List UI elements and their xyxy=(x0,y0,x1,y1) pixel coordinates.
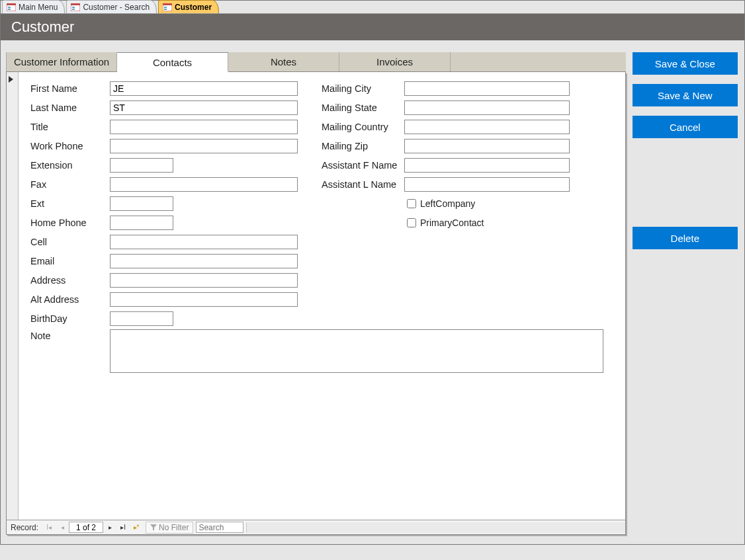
label-work-phone: Work Phone xyxy=(30,141,110,151)
record-label: Record: xyxy=(7,523,42,532)
form-body: First Name Last Name Title Work Phone Ex… xyxy=(6,72,626,535)
label-fax: Fax xyxy=(30,179,110,190)
tab-invoices[interactable]: Invoices xyxy=(339,52,451,71)
assistant-l-input[interactable] xyxy=(404,177,570,192)
mailing-city-input[interactable] xyxy=(404,81,570,96)
address-input[interactable] xyxy=(110,273,298,288)
delete-button[interactable]: Delete xyxy=(633,227,738,249)
label-address: Address xyxy=(30,275,110,286)
document-tabs: Main Menu Customer - Search Customer xyxy=(1,1,744,14)
email-input[interactable] xyxy=(110,254,298,268)
record-search-input[interactable] xyxy=(196,522,243,533)
new-record-button[interactable]: ▸* xyxy=(130,522,142,534)
form-icon xyxy=(7,3,16,11)
svg-rect-10 xyxy=(164,7,167,8)
label-mailing-city: Mailing City xyxy=(322,83,404,94)
label-birthday: BirthDay xyxy=(30,313,110,324)
svg-rect-9 xyxy=(163,3,172,5)
label-mailing-country: Mailing Country xyxy=(322,122,404,132)
note-input[interactable] xyxy=(110,329,603,373)
doc-tab-label: Main Menu xyxy=(19,3,58,12)
label-assistant-f: Assistant F Name xyxy=(322,160,404,171)
app-frame: Main Menu Customer - Search Customer Cus… xyxy=(0,0,745,545)
first-name-input[interactable] xyxy=(110,81,298,96)
tab-customer-information[interactable]: Customer Information xyxy=(6,52,117,71)
label-primary-contact: PrimaryContact xyxy=(420,218,484,228)
fields-area: First Name Last Name Title Work Phone Ex… xyxy=(30,79,615,373)
title-input[interactable] xyxy=(110,120,298,134)
filter-text: No Filter xyxy=(159,523,189,532)
svg-marker-12 xyxy=(150,524,157,530)
tab-contacts[interactable]: Contacts xyxy=(117,52,228,71)
record-selector[interactable] xyxy=(7,72,19,520)
label-first-name: First Name xyxy=(30,83,110,94)
first-record-button[interactable]: I◂ xyxy=(43,522,55,534)
mailing-state-input[interactable] xyxy=(404,100,570,115)
tab-notes[interactable]: Notes xyxy=(228,52,339,71)
form-title: Customer xyxy=(11,19,74,36)
inner-tab-label: Invoices xyxy=(376,56,413,67)
fields-column-2: Mailing City Mailing State Mailing Count… xyxy=(322,79,570,232)
label-last-name: Last Name xyxy=(30,102,110,113)
mailing-zip-input[interactable] xyxy=(404,139,570,153)
alt-address-input[interactable] xyxy=(110,292,298,307)
doc-tab-main-menu[interactable]: Main Menu xyxy=(2,0,65,13)
funnel-icon xyxy=(150,524,157,531)
left-company-checkbox[interactable] xyxy=(407,199,416,208)
label-note: Note xyxy=(30,329,110,373)
current-record-icon xyxy=(9,76,13,83)
label-mailing-state: Mailing State xyxy=(322,102,404,113)
last-name-input[interactable] xyxy=(110,100,298,115)
svg-rect-11 xyxy=(164,9,167,10)
home-phone-input[interactable] xyxy=(110,216,173,230)
action-buttons: Save & Close Save & New Cancel Delete xyxy=(633,52,738,259)
nav-spacer xyxy=(246,522,625,533)
doc-tab-customer-search[interactable]: Customer - Search xyxy=(66,0,157,13)
inner-tab-label: Customer Information xyxy=(14,56,109,67)
label-email: Email xyxy=(30,256,110,266)
inner-tabs: Customer Information Contacts Notes Invo… xyxy=(6,52,626,72)
cell-input[interactable] xyxy=(110,235,298,249)
birthday-input[interactable] xyxy=(110,311,173,326)
record-position-input[interactable] xyxy=(69,522,103,533)
save-close-button[interactable]: Save & Close xyxy=(633,52,738,75)
fax-input[interactable] xyxy=(110,177,298,192)
form-panel: Customer Information Contacts Notes Invo… xyxy=(6,52,626,535)
next-record-button[interactable]: ▸ xyxy=(104,522,116,534)
ext-input[interactable] xyxy=(110,196,173,211)
work-phone-input[interactable] xyxy=(110,139,298,153)
label-extension: Extension xyxy=(30,160,110,171)
doc-tab-label: Customer - Search xyxy=(83,3,150,12)
label-assistant-l: Assistant L Name xyxy=(322,179,404,190)
extension-input[interactable] xyxy=(110,158,173,173)
form-icon xyxy=(71,3,80,11)
cancel-button[interactable]: Cancel xyxy=(633,116,738,138)
inner-tab-label: Notes xyxy=(271,56,296,67)
prev-record-button[interactable]: ◂ xyxy=(56,522,68,534)
main-area: Customer Information Contacts Notes Invo… xyxy=(1,40,744,544)
save-new-button[interactable]: Save & New xyxy=(633,84,738,106)
mailing-country-input[interactable] xyxy=(404,120,570,134)
form-title-bar: Customer xyxy=(1,14,744,40)
last-record-button[interactable]: ▸I xyxy=(117,522,129,534)
label-home-phone: Home Phone xyxy=(30,218,110,228)
svg-rect-5 xyxy=(71,3,80,5)
inner-tab-label: Contacts xyxy=(153,57,192,68)
label-left-company: LeftCompany xyxy=(420,198,475,209)
svg-rect-3 xyxy=(8,9,11,10)
label-cell: Cell xyxy=(30,237,110,247)
record-navigation: Record: I◂ ◂ ▸ ▸I ▸* No Filter xyxy=(7,520,625,534)
filter-indicator[interactable]: No Filter xyxy=(146,522,193,534)
svg-rect-1 xyxy=(7,3,16,5)
label-title: Title xyxy=(30,122,110,132)
primary-contact-checkbox[interactable] xyxy=(407,218,416,227)
assistant-f-input[interactable] xyxy=(404,158,570,173)
form-icon xyxy=(163,3,172,11)
doc-tab-label: Customer xyxy=(175,3,212,12)
svg-rect-6 xyxy=(72,7,75,8)
label-ext: Ext xyxy=(30,198,110,209)
svg-rect-2 xyxy=(8,7,11,8)
doc-tab-customer[interactable]: Customer xyxy=(158,0,219,13)
label-alt-address: Alt Address xyxy=(30,294,110,305)
svg-rect-7 xyxy=(72,9,75,10)
